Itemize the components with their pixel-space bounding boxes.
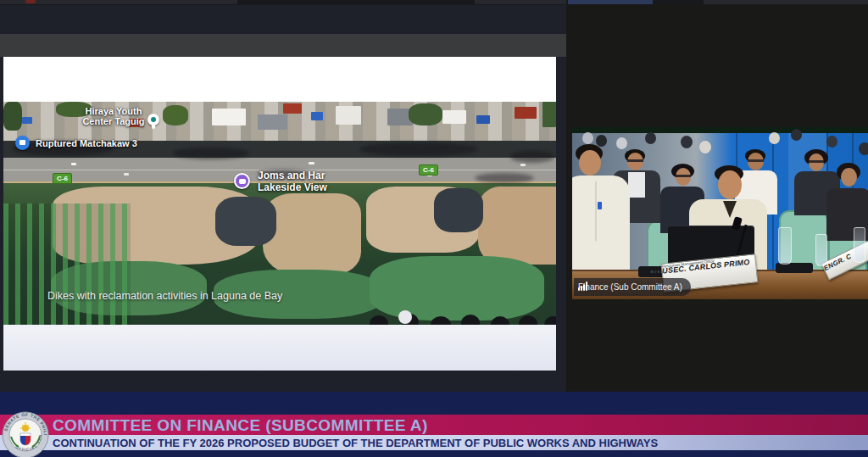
eyeglasses [627,159,643,162]
screenshare-toolbar-strip [0,34,566,57]
map-building-blue-roof [476,115,490,124]
map-building-red-roof [283,103,302,114]
top-strip-segment [475,0,566,4]
right-dark-panel: BOSCH USEC. CARLOS PRIMO Resources Manag… [566,5,868,407]
road-badge-c6-right: C-6 [419,164,438,176]
map-trees [163,105,188,125]
torso [572,176,630,270]
id-pin [598,202,602,209]
map-reclamation-dirt [478,187,556,265]
shirt-placket [595,181,597,241]
poi-joms-line2: Lakeside View [258,181,327,193]
map-green-patch [370,256,544,320]
map-building [442,110,466,124]
map-building [336,106,361,125]
map-shadow [475,173,534,183]
map-building [258,114,287,130]
map-building-blue-roof [311,112,323,120]
attendee-head [769,132,780,144]
hearing-room-video-feed[interactable]: BOSCH USEC. CARLOS PRIMO Resources Manag… [572,127,868,299]
map-vehicle [124,173,129,176]
attendee-head [681,136,693,148]
banner-title: COMMITTEE ON FINANCE (SUBCOMMITTEE A) [53,415,428,435]
camera-pin-glyph [239,179,246,184]
attendee-head [582,132,593,144]
presentation-slide: Hiraya Youth Center Taguig Ruptured Matc… [3,57,556,371]
face [841,168,857,187]
map-vehicle [520,164,526,166]
map-pin-dot [151,117,156,122]
screenshare-panel[interactable]: Hiraya Youth Center Taguig Ruptured Matc… [0,5,566,392]
map-shadow [510,151,554,163]
map-shore-vegetation [3,203,131,325]
top-strip-segment [0,0,237,4]
road-badge-c6-left: C-6 [53,173,72,184]
camera-pin-icon [234,173,250,189]
feed-watermark: Finance (Sub Committee A) [574,278,691,296]
water-glass [854,227,865,263]
poi-joms-label: Joms and Har Lakeside View [258,170,327,193]
map-caption: Dikes with reclamation activities in Lag… [47,290,282,302]
map-vehicle [309,162,314,164]
map-pin-icon [147,114,159,125]
map-pond [215,197,276,246]
feed-top-strip [572,127,868,133]
lower-third-banner: COMMITTEE ON FINANCE (SUBCOMMITTEE A) CO… [0,392,868,457]
store-pin-icon [15,136,30,150]
map-building-red-roof [515,107,537,119]
face [718,170,742,199]
top-strip-segment-blue [568,0,653,4]
stream-frame: Hiraya Youth Center Taguig Ruptured Matc… [0,0,868,457]
senate-seal: SENATE OF THE PHILIPPINES OFFICIAL SEAL [2,411,49,457]
map-white-marker [398,310,412,324]
signal-bars-icon [578,282,589,292]
shirt [628,172,645,198]
banner-subtitle: CONTINUATION OF THE FY 2026 PROPOSED BUD… [53,435,658,450]
poi-joms-line1: Joms and Har [258,170,327,181]
map-shadow [359,142,478,156]
map-vehicle [71,163,76,165]
attendee-head [616,137,627,149]
top-strip-segment [704,0,868,4]
map-building [212,109,246,125]
water-glass [778,227,792,265]
water-glass [815,234,827,266]
eyeglasses [676,175,691,177]
map-pin-tail [152,125,155,129]
attendee-head [645,132,656,144]
store-pin-glyph [19,140,25,145]
eyeglasses [809,160,824,163]
map-trees [542,102,556,127]
map-building-blue-roof [22,117,32,124]
map-pond [434,188,483,232]
poi-store-label: Ruptured Matchakaw 3 [36,138,137,148]
attendee-head [826,136,837,148]
attendee-head [596,135,607,147]
attendee-head [699,141,711,153]
face [579,150,601,176]
map-trees [409,103,442,125]
attendee-head [791,129,802,141]
record-dot [25,0,36,3]
map-shadow [173,148,249,159]
eyeglasses [748,159,764,162]
map-trees [3,102,22,131]
map-reclamation-dirt [263,193,361,275]
feed-watermark-text: Finance (Sub Committee A) [578,282,682,292]
satellite-map-image: Hiraya Youth Center Taguig Ruptured Matc… [3,102,556,325]
attendee-head [859,142,868,155]
